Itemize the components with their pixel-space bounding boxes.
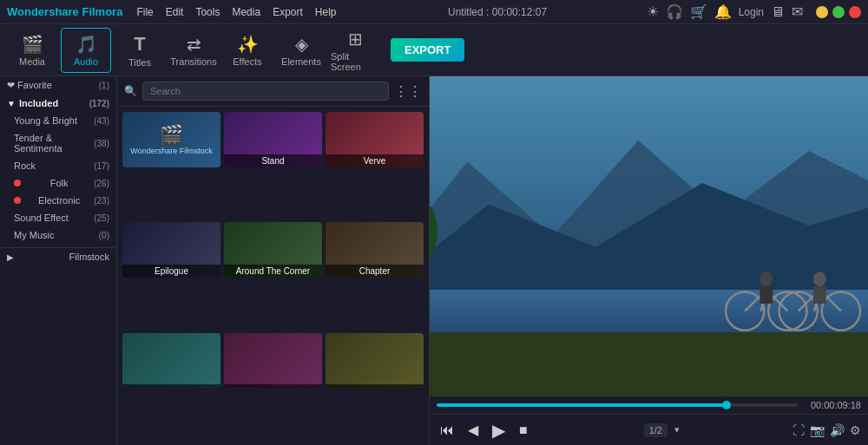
tool-transitions[interactable]: ⇄ Transitions (168, 28, 219, 73)
media-item-filmstock[interactable]: 🎬 Wondershare Filmstock (122, 112, 220, 167)
transitions-icon: ⇄ (187, 34, 201, 55)
tool-titles[interactable]: T Titles (115, 28, 165, 73)
bell-icon[interactable]: 🔔 (714, 3, 732, 20)
left-sound-effect[interactable]: Sound Effect (25) (0, 209, 116, 226)
progress-fill (437, 403, 727, 407)
row2a-label (122, 384, 220, 388)
search-input[interactable] (142, 82, 389, 101)
included-label: ▼Included (7, 98, 58, 108)
export-button[interactable]: EXPORT (391, 38, 464, 62)
media-item-row2b[interactable] (224, 333, 322, 389)
menu-tools[interactable]: Tools (195, 6, 220, 18)
sound-effect-count: (25) (94, 213, 109, 223)
menu-media[interactable]: Media (232, 6, 260, 18)
progress-bar[interactable] (437, 403, 799, 407)
login-button[interactable]: Login (739, 6, 764, 18)
search-icon: 🔍 (124, 85, 137, 97)
monitor-icon[interactable]: 🖥 (771, 4, 785, 20)
tool-titles-label: Titles (128, 57, 151, 68)
tool-media-label: Media (19, 56, 45, 67)
stand-label: Stand (224, 154, 322, 167)
folk-dot (14, 180, 21, 187)
main-area: ❤ Favorite (1) ▼Included (172) Young & B… (0, 76, 868, 445)
media-item-around[interactable]: Around The Corner (224, 222, 322, 278)
effects-icon: ✨ (237, 34, 259, 55)
left-electronic[interactable]: Electronic (23) (0, 192, 116, 209)
sun-icon[interactable]: ☀ (647, 3, 659, 20)
svg-rect-15 (760, 286, 773, 304)
fraction-dropdown[interactable]: ▾ (674, 424, 680, 435)
sound-effect-label: Sound Effect (14, 213, 69, 223)
menu-export[interactable]: Export (273, 6, 303, 18)
close-button[interactable] (849, 6, 861, 18)
topbar: Wondershare Filmora File Edit Tools Medi… (0, 0, 868, 24)
preview-background (430, 76, 868, 396)
tool-elements[interactable]: ◈ Elements (276, 28, 326, 73)
menu-help[interactable]: Help (315, 6, 337, 18)
media-item-row2a[interactable] (122, 333, 220, 389)
minimize-button[interactable] (816, 6, 828, 18)
email-icon[interactable]: ✉ (792, 3, 803, 20)
tender-label: Tender & Sentimenta (14, 133, 94, 154)
media-item-verve[interactable]: Verve (326, 112, 424, 167)
svg-rect-4 (430, 332, 868, 396)
media-item-row2c[interactable] (326, 333, 424, 389)
topbar-icons: ☀ 🎧 🛒 🔔 Login 🖥 ✉ (647, 3, 803, 20)
media-grid: 🎬 Wondershare Filmstock Stand Verve Epil… (117, 107, 429, 445)
left-included[interactable]: ▼Included (172) (0, 95, 116, 112)
tool-effects[interactable]: ✨ Effects (222, 28, 273, 73)
app-logo: Wondershare Filmora (7, 5, 122, 18)
media-item-stand[interactable]: Stand (224, 112, 322, 167)
frame-back-button[interactable]: ◀ (464, 420, 482, 440)
play-button[interactable]: ▶ (489, 418, 509, 442)
progress-dot (722, 401, 731, 409)
settings-icon[interactable]: ⚙ (850, 423, 861, 437)
around-label: Around The Corner (224, 265, 322, 278)
left-favorite[interactable]: ❤ Favorite (1) (0, 76, 116, 95)
cart-icon[interactable]: 🛒 (690, 3, 707, 20)
media-item-epilogue[interactable]: Epilogue (122, 222, 220, 278)
stop-button[interactable]: ■ (516, 421, 531, 440)
playback-controls: ⏮ ◀ ▶ ■ 1/2 ▾ ⛶ 📷 🔊 ⚙ (430, 414, 868, 445)
progress-bar-area[interactable]: 00:00:09:18 (430, 396, 868, 414)
folk-label: Folk (50, 178, 69, 188)
left-tender[interactable]: Tender & Sentimenta (38) (0, 129, 116, 157)
search-bar: 🔍 ⋮⋮ (117, 76, 429, 107)
headphone-icon[interactable]: 🎧 (666, 3, 683, 20)
young-bright-label: Young & Bright (14, 115, 77, 126)
preview-area (430, 76, 868, 396)
tool-audio-label: Audio (74, 56, 98, 67)
svg-point-21 (813, 272, 826, 286)
menu-file[interactable]: File (136, 6, 153, 18)
electronic-count: (23) (94, 196, 109, 206)
playback-time: 00:00:09:18 (811, 400, 861, 410)
my-music-label: My Music (14, 230, 54, 240)
tool-split-screen-label: Split Screen (331, 51, 379, 72)
included-count: (172) (89, 99, 109, 108)
toolbar: 🎬 Media 🎵 Audio T Titles ⇄ Transitions ✨… (0, 24, 868, 76)
left-folk[interactable]: Folk (26) (0, 174, 116, 192)
chapter-label: Chapter (326, 265, 424, 278)
left-young-bright[interactable]: Young & Bright (43) (0, 112, 116, 129)
grid-view-icon[interactable]: ⋮⋮ (394, 83, 422, 100)
favorite-label: ❤ Favorite (7, 80, 52, 91)
titles-icon: T (134, 33, 145, 56)
electronic-dot (14, 197, 21, 204)
fullscreen-icon[interactable]: ⛶ (792, 423, 805, 437)
tool-media[interactable]: 🎬 Media (7, 28, 57, 73)
skip-back-button[interactable]: ⏮ (437, 421, 457, 440)
maximize-button[interactable] (832, 6, 845, 18)
media-item-chapter[interactable]: Chapter (326, 222, 424, 278)
left-my-music[interactable]: My Music (0) (0, 226, 116, 244)
right-panel: 00:00:09:18 ⏮ ◀ ▶ ■ 1/2 ▾ ⛶ 📷 🔊 ⚙ (430, 76, 868, 445)
filmstock-triangle: ▶ (7, 252, 14, 262)
row2c-label (326, 384, 424, 388)
tool-audio[interactable]: 🎵 Audio (61, 28, 111, 73)
tool-split-screen[interactable]: ⊞ Split Screen (330, 28, 380, 73)
filmstock-label: Filmstock (69, 252, 109, 262)
left-rock[interactable]: Rock (17) (0, 157, 116, 174)
left-filmstock[interactable]: ▶ Filmstock (0, 247, 116, 265)
volume-icon[interactable]: 🔊 (830, 423, 845, 437)
menu-edit[interactable]: Edit (166, 6, 184, 18)
snapshot-icon[interactable]: 📷 (810, 423, 825, 437)
